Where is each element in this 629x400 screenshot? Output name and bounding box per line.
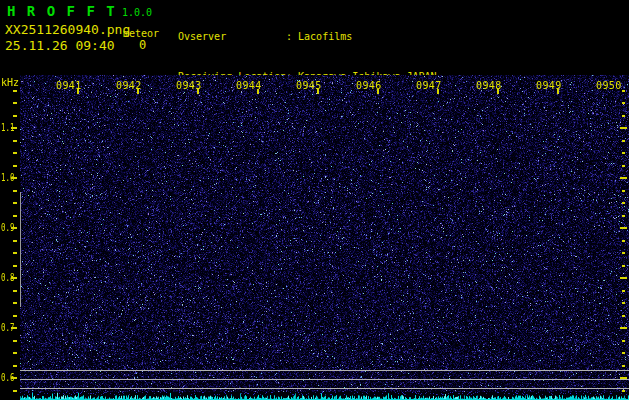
axis-tick (13, 390, 17, 392)
capture-datetime: 25.11.26 09:40 (5, 38, 115, 53)
axis-tick (13, 252, 17, 254)
axis-tick (13, 315, 17, 317)
axis-tick (13, 352, 17, 354)
carrier-line-middle (20, 379, 629, 380)
axis-tick (13, 102, 17, 104)
axis-tick (13, 290, 17, 292)
axis-tick (622, 152, 625, 154)
axis-tick (13, 302, 17, 304)
axis-tick (13, 165, 17, 167)
axis-tick (622, 240, 625, 242)
app-title: H R O F F T (7, 3, 116, 19)
axis-tick (11, 277, 17, 279)
axis-tick (622, 252, 625, 254)
axis-tick (622, 340, 625, 342)
axis-tick (11, 227, 17, 229)
signal-level-strip (20, 392, 629, 400)
axis-tick (622, 165, 625, 167)
info-row-observer: Ovserver: Lacofilms (178, 30, 437, 43)
axis-tick (197, 89, 199, 94)
app-version: 1.0.0 (122, 7, 152, 18)
freq-axis-unit: kHz (1, 77, 19, 88)
capture-filename: XX2511260940.png (5, 22, 130, 37)
spectrogram-canvas (20, 75, 629, 392)
axis-vertical-marker (20, 192, 21, 307)
axis-tick (622, 390, 625, 392)
axis-tick (620, 327, 627, 329)
axis-tick (620, 377, 627, 379)
axis-tick (622, 315, 625, 317)
carrier-line-upper (20, 370, 629, 371)
axis-tick (622, 215, 625, 217)
axis-tick (622, 365, 625, 367)
axis-tick (13, 365, 17, 367)
axis-tick (620, 227, 627, 229)
axis-tick (11, 327, 17, 329)
axis-tick (622, 352, 625, 354)
time-label-0950: 0950 (596, 80, 622, 91)
axis-tick (13, 340, 17, 342)
axis-tick (137, 89, 139, 94)
axis-tick (13, 240, 17, 242)
axis-tick (622, 202, 625, 204)
axis-tick (622, 190, 625, 192)
axis-tick (622, 102, 625, 104)
axis-tick (13, 152, 17, 154)
axis-tick (622, 115, 625, 117)
axis-tick (497, 89, 499, 94)
axis-tick (11, 177, 17, 179)
axis-tick (622, 265, 625, 267)
echo-count: 0 (139, 38, 146, 52)
axis-tick (622, 140, 625, 142)
axis-tick (13, 215, 17, 217)
axis-tick (13, 90, 17, 92)
axis-tick (13, 115, 17, 117)
hrofft-window: H R O F F T 1.0.0 XX2511260940.png meteo… (0, 0, 629, 400)
axis-tick (317, 89, 319, 94)
axis-tick (13, 140, 17, 142)
axis-tick (13, 265, 17, 267)
axis-tick (622, 290, 625, 292)
axis-tick (13, 190, 17, 192)
axis-tick (11, 377, 17, 379)
axis-tick (13, 202, 17, 204)
axis-tick (557, 89, 559, 94)
axis-tick (11, 127, 17, 129)
axis-tick (620, 177, 627, 179)
axis-tick (620, 127, 627, 129)
axis-tick (77, 89, 79, 94)
axis-tick (622, 302, 625, 304)
axis-tick (257, 89, 259, 94)
axis-tick (622, 90, 625, 92)
carrier-line-lower (20, 388, 629, 389)
axis-tick (437, 89, 439, 94)
axis-tick (620, 277, 627, 279)
axis-tick (377, 89, 379, 94)
